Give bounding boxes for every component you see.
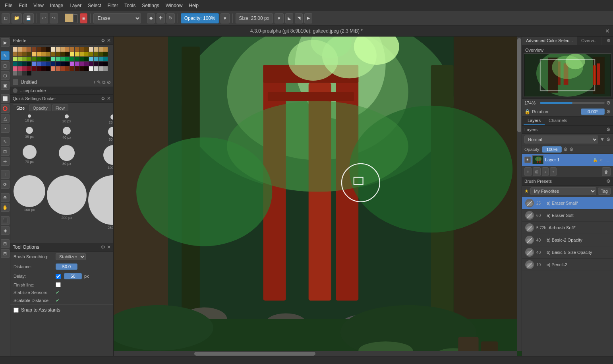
palette-swatch[interactable]	[41, 52, 46, 56]
palette-swatch[interactable]	[22, 57, 27, 61]
palette-swatch[interactable]	[56, 66, 60, 71]
tool-gradient[interactable]: ▣	[1, 81, 10, 90]
palette-swatch[interactable]	[17, 57, 22, 61]
canvas-scrollbar-horizontal[interactable]	[114, 351, 517, 356]
palette-swatch[interactable]	[79, 66, 84, 71]
palette-swatch[interactable]	[60, 66, 65, 71]
palette-swatch[interactable]	[70, 62, 74, 66]
move-layer-down-button[interactable]: ↓	[542, 167, 549, 176]
palette-swatch[interactable]	[56, 52, 60, 56]
layer-alpha-icon[interactable]: α	[599, 157, 604, 163]
palette-swatch[interactable]	[70, 66, 74, 71]
palette-swatch[interactable]	[41, 66, 46, 71]
palette-swatch[interactable]	[65, 47, 70, 52]
tab-layers[interactable]: Layers	[524, 116, 545, 125]
palette-swatch[interactable]	[103, 47, 108, 52]
foreground-color-swatch[interactable]	[65, 14, 73, 22]
brush-size-item[interactable]: 80 px	[47, 145, 87, 174]
tab-channels[interactable]: Channels	[545, 116, 571, 125]
palette-swatch[interactable]	[65, 66, 70, 71]
brush-list-item[interactable]: 40b) Basic-2 Opacity	[522, 234, 613, 246]
layer-lock-icon[interactable]: 🔒	[592, 157, 598, 163]
palette-swatch[interactable]	[17, 62, 22, 66]
palette-swatch[interactable]	[32, 47, 36, 52]
palette-swatch[interactable]	[56, 62, 60, 66]
palette-swatch[interactable]	[89, 52, 93, 56]
palette-swatch[interactable]	[17, 47, 22, 52]
palette-swatch[interactable]	[22, 47, 27, 52]
palette-swatch[interactable]	[46, 47, 50, 52]
menu-select[interactable]: Select	[85, 2, 104, 9]
palette-swatch[interactable]	[22, 62, 27, 66]
palette-swatch[interactable]	[60, 57, 65, 61]
palette-swatch[interactable]	[32, 66, 36, 71]
open-button[interactable]: 📁	[12, 13, 22, 23]
opacity-settings-icon[interactable]: ⚙	[569, 147, 574, 152]
distance-input[interactable]	[56, 263, 77, 270]
tool-assistant[interactable]: ⊞	[1, 239, 10, 248]
brush-list-item[interactable]: 40b) Basic-5 Size Opacity	[522, 246, 613, 259]
tool-option-2[interactable]: ✚	[157, 13, 165, 23]
palette-swatch[interactable]	[22, 66, 27, 71]
menu-edit[interactable]: Edit	[15, 2, 30, 9]
menu-view[interactable]: View	[30, 2, 47, 9]
palette-swatch[interactable]	[65, 62, 70, 66]
snap-checkbox[interactable]	[14, 308, 19, 313]
palette-swatch[interactable]	[41, 62, 46, 66]
palette-swatch[interactable]	[13, 71, 17, 76]
palette-swatch[interactable]	[89, 57, 93, 61]
palette-swatch[interactable]	[94, 66, 98, 71]
palette-settings-icon[interactable]: ⚙	[101, 38, 105, 43]
brush-size-item[interactable]: 70 px	[14, 145, 45, 174]
palette-swatch[interactable]	[37, 52, 41, 56]
palette-swatch[interactable]	[84, 66, 89, 71]
tool-move[interactable]: ✛	[1, 157, 10, 166]
favorites-select[interactable]: My Favorites	[530, 187, 596, 195]
tool-freehand-select[interactable]: ~	[1, 124, 10, 133]
palette-swatch[interactable]	[27, 66, 31, 71]
tool-select[interactable]: Erase	[93, 13, 141, 23]
palette-swatch[interactable]	[27, 71, 31, 76]
brush-list-item[interactable]: 10c) Pencil-2	[522, 259, 613, 271]
palette-swatch[interactable]	[32, 57, 36, 61]
brush-size-item[interactable]: 40 px	[47, 127, 87, 143]
palette-swatch[interactable]	[75, 47, 79, 52]
doc-edit-icon[interactable]: ✎	[97, 79, 101, 85]
canvas-area[interactable]	[114, 37, 522, 356]
tab-advanced-color[interactable]: Advanced Color Selec...	[522, 37, 577, 45]
palette-swatch[interactable]	[46, 62, 50, 66]
zoom-slider[interactable]	[540, 102, 605, 104]
tab-opacity[interactable]: Opacity	[29, 105, 51, 111]
palette-swatch[interactable]	[60, 62, 65, 66]
palette-swatch[interactable]	[27, 52, 31, 56]
tool-transform[interactable]: ⤡	[1, 137, 10, 146]
delay-checkbox[interactable]	[56, 274, 61, 279]
palette-swatch[interactable]	[99, 62, 103, 66]
palette-swatch[interactable]	[60, 52, 65, 56]
palette-swatch[interactable]	[27, 62, 31, 66]
delete-layer-button[interactable]: 🗑	[602, 167, 611, 176]
palette-swatch[interactable]	[94, 47, 98, 52]
palette-swatch[interactable]	[84, 52, 89, 56]
brush-list-item[interactable]: 60a) Eraser Soft	[522, 209, 613, 222]
palette-swatch[interactable]	[60, 47, 65, 52]
palette-swatch[interactable]	[13, 62, 17, 66]
blend-settings-icon[interactable]: ⚙	[606, 137, 611, 142]
tool-crop[interactable]: ⊡	[1, 147, 10, 156]
finish-line-checkbox[interactable]	[56, 282, 61, 287]
palette-swatch[interactable]	[84, 57, 89, 61]
tool-smart-patch[interactable]: ◈	[1, 226, 10, 235]
palette-swatch[interactable]	[79, 57, 84, 61]
tool-text[interactable]: T	[1, 170, 10, 179]
palette-swatch[interactable]	[51, 52, 55, 56]
palette-swatch[interactable]	[46, 57, 50, 61]
palette-swatch[interactable]	[37, 57, 41, 61]
brush-size-item[interactable]: 35 px	[14, 127, 45, 143]
palette-swatch[interactable]	[37, 62, 41, 66]
quick-settings-settings-icon[interactable]: ⚙	[101, 96, 105, 101]
size-button[interactable]: Size: 25.00 px	[236, 13, 273, 23]
tool-zoom[interactable]: ⊕	[1, 193, 10, 202]
undo-button[interactable]: ↩	[40, 13, 48, 23]
tool-color-picker[interactable]: ⬛	[1, 216, 10, 225]
palette-close-icon[interactable]: ✕	[107, 38, 111, 43]
